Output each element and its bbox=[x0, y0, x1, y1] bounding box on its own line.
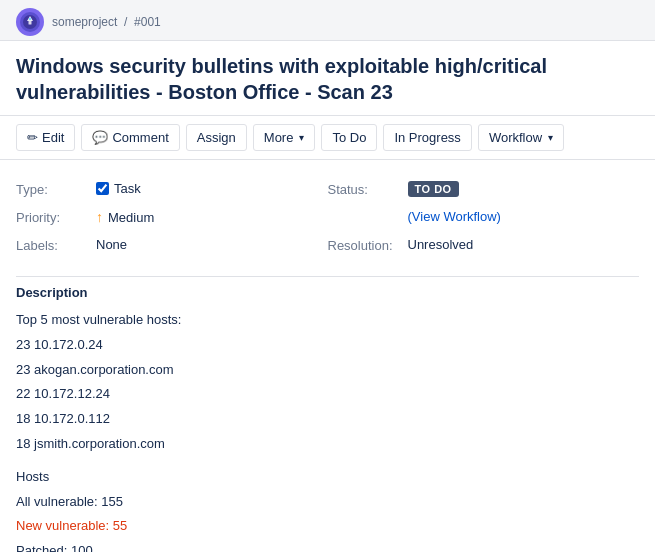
status-field-row: Status: TO DO bbox=[328, 176, 640, 204]
labels-field-row: Labels: None bbox=[16, 232, 328, 260]
breadcrumb-issue-link[interactable]: #001 bbox=[134, 15, 161, 29]
svg-rect-4 bbox=[29, 21, 32, 25]
svg-point-5 bbox=[29, 18, 31, 20]
description-line: Patched: 100 bbox=[16, 541, 639, 552]
description-line: All vulnerable: 155 bbox=[16, 492, 639, 513]
description-line: 22 10.172.12.24 bbox=[16, 384, 639, 405]
priority-arrow-icon: ↑ bbox=[96, 209, 103, 225]
right-fields: Status: TO DO (View Workflow) Resolution… bbox=[328, 176, 640, 260]
breadcrumb-bar: someproject / #001 bbox=[0, 0, 655, 41]
description-heading: Description bbox=[16, 285, 639, 300]
description-line: New vulnerable: 55 bbox=[16, 516, 639, 537]
resolution-value: Unresolved bbox=[408, 237, 474, 252]
title-area: Windows security bulletins with exploita… bbox=[0, 41, 655, 116]
status-badge: TO DO bbox=[408, 181, 459, 197]
page-wrapper: someproject / #001 Windows security bull… bbox=[0, 0, 655, 552]
view-workflow-row: (View Workflow) bbox=[328, 204, 640, 232]
main-content: Type: Task Priority: ↑ Medium Labels: No… bbox=[0, 160, 655, 552]
type-field-row: Type: Task bbox=[16, 176, 328, 204]
todo-button[interactable]: To Do bbox=[321, 124, 377, 151]
toolbar: ✏ Edit 💬 Comment Assign More To Do In Pr… bbox=[0, 116, 655, 160]
edit-button[interactable]: ✏ Edit bbox=[16, 124, 75, 151]
description-body: Top 5 most vulnerable hosts:23 10.172.0.… bbox=[16, 310, 639, 552]
workflow-button[interactable]: Workflow bbox=[478, 124, 564, 151]
description-line: 23 10.172.0.24 bbox=[16, 335, 639, 356]
breadcrumb: someproject / #001 bbox=[52, 15, 161, 29]
assign-button[interactable]: Assign bbox=[186, 124, 247, 151]
comment-button[interactable]: 💬 Comment bbox=[81, 124, 179, 151]
comment-icon: 💬 bbox=[92, 130, 108, 145]
resolution-field-row: Resolution: Unresolved bbox=[328, 232, 640, 260]
task-checkbox[interactable] bbox=[96, 182, 109, 195]
resolution-label: Resolution: bbox=[328, 237, 408, 253]
type-value: Task bbox=[96, 181, 141, 196]
view-workflow-spacer bbox=[328, 209, 408, 210]
pencil-icon: ✏ bbox=[27, 130, 38, 145]
description-line: Top 5 most vulnerable hosts: bbox=[16, 310, 639, 331]
status-label: Status: bbox=[328, 181, 408, 197]
description-line: Hosts bbox=[16, 467, 639, 488]
labels-label: Labels: bbox=[16, 237, 96, 253]
description-line: 23 akogan.corporation.com bbox=[16, 360, 639, 381]
view-workflow-value: (View Workflow) bbox=[408, 209, 501, 224]
description-section: Description Top 5 most vulnerable hosts:… bbox=[16, 285, 639, 552]
priority-label: Priority: bbox=[16, 209, 96, 225]
view-workflow-link[interactable]: (View Workflow) bbox=[408, 209, 501, 224]
priority-field-row: Priority: ↑ Medium bbox=[16, 204, 328, 232]
page-title: Windows security bulletins with exploita… bbox=[16, 53, 639, 105]
left-fields: Type: Task Priority: ↑ Medium Labels: No… bbox=[16, 176, 328, 260]
section-divider bbox=[16, 276, 639, 277]
breadcrumb-project-link[interactable]: someproject bbox=[52, 15, 117, 29]
app-logo-icon bbox=[16, 8, 44, 36]
description-line: 18 10.172.0.112 bbox=[16, 409, 639, 430]
description-line: 18 jsmith.corporation.com bbox=[16, 434, 639, 455]
labels-value: None bbox=[96, 237, 127, 252]
in-progress-button[interactable]: In Progress bbox=[383, 124, 471, 151]
type-label: Type: bbox=[16, 181, 96, 197]
status-value: TO DO bbox=[408, 181, 459, 197]
fields-grid: Type: Task Priority: ↑ Medium Labels: No… bbox=[16, 176, 639, 260]
priority-value: ↑ Medium bbox=[96, 209, 154, 225]
more-button[interactable]: More bbox=[253, 124, 316, 151]
